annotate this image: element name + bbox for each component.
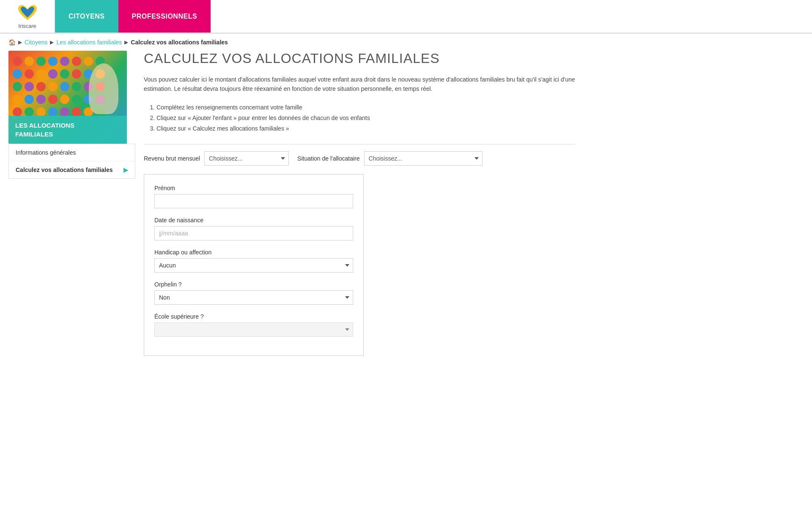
abacus-bead — [60, 82, 69, 91]
main-nav: CITOYENS PROFESSIONNELS — [55, 0, 211, 33]
prenom-label: Prénom — [154, 185, 353, 191]
step-3: Cliquez sur « Calculez mes allocations f… — [156, 123, 575, 134]
abacus-bead — [60, 57, 69, 66]
sidebar-nav-arrow: ▶ — [123, 166, 128, 173]
abacus-bead — [25, 82, 34, 91]
abacus-bead — [48, 69, 58, 79]
step-1: Complétez les renseignements concernant … — [156, 102, 575, 113]
sidebar-image: LES ALLOCATIONS FAMILIALES — [8, 51, 127, 144]
child-form-card: Prénom Date de naissance Handicap ou aff… — [144, 174, 364, 356]
abacus-bead — [36, 57, 46, 66]
abacus-bead — [13, 69, 22, 79]
abacus-bead — [72, 57, 81, 66]
step-2: Cliquez sur « Ajouter l'enfant » pour en… — [156, 113, 575, 123]
abacus-bead — [60, 107, 69, 117]
sidebar-nav: Informations générales Calculez vos allo… — [8, 144, 135, 179]
abacus-bead — [48, 107, 58, 117]
abacus-bead — [13, 57, 22, 66]
content-area: CALCULEZ VOS ALLOCATIONS FAMILIALES Vous… — [144, 51, 575, 356]
revenu-select[interactable]: Choisissez... — [204, 151, 289, 166]
logo-area: Iriscare — [0, 0, 55, 33]
ecole-group: École supérieure ? OuiNon — [154, 313, 353, 337]
revenu-label: Revenu brut mensuel — [144, 155, 200, 162]
dob-input[interactable] — [154, 226, 353, 240]
breadcrumb-separator-3: ▶ — [124, 39, 128, 45]
prenom-input[interactable] — [154, 194, 353, 208]
breadcrumb-allocations[interactable]: Les allocations familiales — [56, 39, 122, 46]
handicap-label: Handicap ou affection — [154, 249, 353, 256]
ecole-label: École supérieure ? — [154, 313, 353, 320]
logo-icon — [15, 3, 40, 22]
ecole-select[interactable]: OuiNon — [154, 322, 353, 337]
abacus-bead — [48, 95, 58, 104]
breadcrumb-current: Calculez vos allocations familiales — [131, 39, 228, 46]
form-top-row: Revenu brut mensuel Choisissez... Situat… — [144, 144, 575, 166]
abacus-bead — [60, 69, 69, 79]
abacus-bead — [48, 57, 58, 66]
abacus-bead — [25, 69, 34, 79]
orphelin-select[interactable]: NonOui — [154, 290, 353, 305]
abacus-bead — [25, 95, 34, 104]
page-title: CALCULEZ VOS ALLOCATIONS FAMILIALES — [144, 51, 575, 66]
abacus-bead — [72, 82, 81, 91]
abacus-bead — [25, 107, 34, 117]
abacus-bead — [36, 107, 46, 117]
abacus-bead — [72, 107, 81, 117]
logo-label: Iriscare — [18, 23, 36, 29]
nav-citoyens-button[interactable]: CITOYENS — [55, 0, 118, 33]
abacus-bead — [13, 82, 22, 91]
sidebar-nav-item-informations[interactable]: Informations générales — [9, 144, 135, 161]
abacus-bead — [25, 57, 34, 66]
abacus-bead — [13, 95, 22, 104]
abacus-bead — [60, 95, 69, 104]
abacus-bead — [36, 69, 46, 79]
sidebar-image-label: LES ALLOCATIONS FAMILIALES — [8, 116, 127, 144]
breadcrumb-separator-1: ▶ — [18, 39, 22, 45]
handicap-select[interactable]: AucunLégerModéréGrave — [154, 258, 353, 273]
intro-text: Vous pouvez calculer ici le montant d'al… — [144, 75, 575, 94]
situation-group: Situation de l'allocataire Choisissez... — [297, 151, 482, 166]
abacus-bead — [84, 57, 93, 66]
sidebar: LES ALLOCATIONS FAMILIALES Informations … — [8, 51, 135, 356]
abacus-bead — [13, 107, 22, 117]
home-icon[interactable]: 🏠 — [8, 39, 16, 46]
situation-label: Situation de l'allocataire — [297, 155, 359, 162]
steps-list: Complétez les renseignements concernant … — [156, 102, 575, 134]
situation-select[interactable]: Choisissez... — [364, 151, 483, 166]
orphelin-label: Orphelin ? — [154, 281, 353, 288]
abacus-bead — [48, 82, 58, 91]
header: Iriscare CITOYENS PROFESSIONNELS — [0, 0, 812, 34]
breadcrumb-separator-2: ▶ — [50, 39, 54, 45]
abacus-bead — [72, 95, 81, 104]
nav-professionnels-button[interactable]: PROFESSIONNELS — [118, 0, 211, 33]
breadcrumb: 🏠 ▶ Citoyens ▶ Les allocations familiale… — [0, 34, 812, 51]
abacus-bead — [72, 69, 81, 79]
orphelin-group: Orphelin ? NonOui — [154, 281, 353, 305]
handicap-group: Handicap ou affection AucunLégerModéréGr… — [154, 249, 353, 273]
abacus-bead — [36, 82, 46, 91]
dob-label: Date de naissance — [154, 217, 353, 224]
revenu-group: Revenu brut mensuel Choisissez... — [144, 151, 289, 166]
prenom-group: Prénom — [154, 185, 353, 208]
abacus-bead — [36, 95, 46, 104]
breadcrumb-citoyens[interactable]: Citoyens — [25, 39, 47, 46]
dob-group: Date de naissance — [154, 217, 353, 240]
main-layout: LES ALLOCATIONS FAMILIALES Informations … — [0, 51, 584, 373]
sidebar-nav-item-calculez[interactable]: Calculez vos allocations familiales ▶ — [9, 161, 135, 178]
